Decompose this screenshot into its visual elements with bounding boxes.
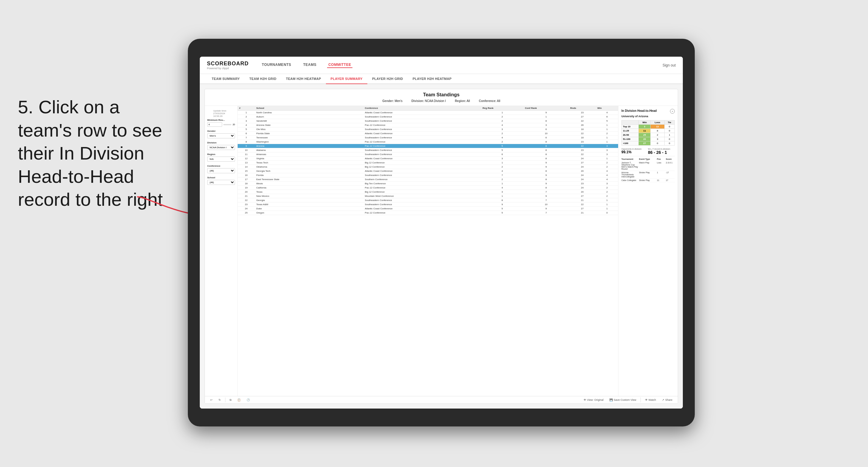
table-row[interactable]: 13 Texas Tech Big 12 Conference 1 9 27 2	[238, 161, 618, 165]
undo-button[interactable]: ↩	[209, 398, 214, 402]
bottom-toolbar: ↩ ↻ ⧉ 📋 🕐 👁 View: Original 💾	[205, 396, 678, 403]
region-select[interactable]: N/A	[207, 157, 235, 162]
view-original-label: View: Original	[587, 398, 603, 401]
table-row[interactable]: 4 Arizona State Pac-12 Conference 4 3 26…	[238, 123, 618, 127]
table-row[interactable]: 2 Auburn Southeastern Conference 2 1 27 …	[238, 115, 618, 119]
view-original-button[interactable]: 👁 View: Original	[582, 398, 605, 402]
tournament-pos-3: 11	[657, 179, 666, 181]
h2h-rank-11-25: 11-25	[622, 129, 639, 133]
table-row[interactable]: 15 Georgia Tech Atlantic Coast Conferenc…	[238, 169, 618, 173]
cell-num: 15	[238, 169, 255, 173]
clock-button[interactable]: 🕐	[245, 398, 252, 402]
cell-rnds: 27	[569, 194, 596, 198]
school-select[interactable]: (All)	[207, 180, 235, 185]
min-rounds-input[interactable]	[207, 122, 222, 127]
cell-win: 1	[596, 198, 618, 203]
cell-num: 25	[238, 211, 255, 215]
rounds-slider[interactable]	[223, 124, 231, 125]
cell-rnds: 24	[569, 186, 596, 190]
watch-button[interactable]: 👁 Watch	[643, 398, 658, 402]
h2h-tie-11-25: 0	[664, 129, 675, 133]
table-row[interactable]: 5 Ole Miss Southeastern Conference 3 6 1…	[238, 127, 618, 131]
cell-reg-rank: 5	[481, 211, 523, 215]
table-row[interactable]: 8 Washington Pac-12 Conference 2 8 23 1	[238, 140, 618, 144]
copy-button[interactable]: ⧉	[228, 398, 233, 402]
table-row[interactable]: 7 Tennessee Southeastern Conference 4 6 …	[238, 136, 618, 140]
tournament-row-3: Cabo Collegiate Stroke Play 11 17	[621, 179, 675, 182]
cell-rnds: 21	[569, 198, 596, 203]
table-row[interactable]: 9 Arizona Pac-12 Conference 5 8 22 3	[238, 144, 618, 148]
cell-rnds: 26	[569, 123, 596, 127]
table-row[interactable]: 23 Texas A&M Southeastern Conference 9 1…	[238, 203, 618, 207]
table-row[interactable]: 16 Florida Southeastern Conference 7 9 2…	[238, 173, 618, 178]
table-row[interactable]: 21 New Mexico Mountain West Conference 1…	[238, 194, 618, 198]
subnav-player-h2h-heatmap[interactable]: PLAYER H2H HEATMAP	[408, 74, 457, 84]
subnav-player-summary[interactable]: PLAYER SUMMARY	[326, 74, 367, 84]
cell-win: 3	[596, 144, 618, 148]
watch-icon: 👁	[645, 398, 648, 401]
filter-group-conference: Conference (All)	[207, 165, 235, 173]
subnav-team-h2h-heatmap[interactable]: TEAM H2H HEATMAP	[281, 74, 326, 84]
col-num: #	[238, 106, 255, 111]
division-select[interactable]: NCAA Division I	[207, 145, 235, 150]
sign-out-link[interactable]: Sign out	[662, 63, 676, 67]
cell-rnds: 24	[569, 173, 596, 178]
paste-button[interactable]: 📋	[236, 398, 242, 402]
gender-select[interactable]: Men's	[207, 133, 235, 138]
nav-teams[interactable]: TEAMS	[302, 63, 318, 68]
cell-win: 4	[596, 111, 618, 115]
table-row[interactable]: 18 Illinois Big Ten Conference 1 9 23 3	[238, 182, 618, 186]
table-row[interactable]: 19 California Pac-12 Conference 4 8 24 2	[238, 186, 618, 190]
card-title: Team Standings	[211, 92, 672, 97]
cell-rnds: 23	[569, 111, 596, 115]
h2h-opponents-block: Opponents in division: 99.1%	[621, 148, 642, 155]
conference-select[interactable]: (All)	[207, 168, 235, 173]
table-row[interactable]: 3 Vanderbilt Southeastern Conference 2 8…	[238, 119, 618, 123]
save-custom-button[interactable]: 💾 Save Custom View	[608, 398, 638, 402]
subnav-team-h2h-grid[interactable]: TEAM H2H GRID	[245, 74, 281, 84]
h2h-col-tie: Tie	[664, 121, 675, 125]
cell-num: 19	[238, 186, 255, 190]
h2h-close-button[interactable]: ×	[670, 109, 675, 114]
table-row[interactable]: 25 Oregon Pac-12 Conference 5 7 21 0	[238, 211, 618, 215]
card-header: Team Standings Gender: Men's Division: N…	[205, 89, 678, 106]
h2h-table: Win Loss Tie Top 10 3 13	[621, 120, 675, 146]
cell-reg-rank: 7	[481, 173, 523, 178]
table-row[interactable]: 12 Virginia Atlantic Coast Conference 3 …	[238, 157, 618, 161]
table-row[interactable]: 10 Alabama Southeastern Conference 5 8 2…	[238, 148, 618, 152]
table-row[interactable]: 1 North Carolina Atlantic Coast Conferen…	[238, 111, 618, 115]
table-row[interactable]: 17 East Tennessee State Southern Confere…	[238, 178, 618, 182]
table-row[interactable]: 24 Duke Atlantic Coast Conference 5 9 27…	[238, 207, 618, 211]
h2h-row-26-50: 26-50 25 2 1	[622, 133, 675, 137]
share-button[interactable]: ↗ Share	[660, 398, 674, 402]
h2h-col-rank	[622, 121, 639, 125]
tournament-type-1: Match Play	[639, 162, 657, 170]
cell-reg-rank: 9	[481, 203, 523, 207]
cell-conf-rank: 9	[524, 111, 569, 115]
cell-conference: Pac-12 Conference	[364, 186, 481, 190]
gender-label: Gender	[207, 130, 235, 132]
cell-reg-rank: 5	[481, 207, 523, 211]
redo-button[interactable]: ↻	[217, 398, 223, 402]
table-row[interactable]: 11 Arkansas Southeastern Conference 6 8 …	[238, 152, 618, 157]
table-row[interactable]: 20 Texas Big 12 Conference 3 7 20 2	[238, 190, 618, 194]
cell-school: North Carolina	[255, 111, 363, 115]
table-row[interactable]: 22 Georgia Southeastern Conference 8 7 2…	[238, 198, 618, 203]
nav-tournaments[interactable]: TOURNAMENTS	[260, 63, 292, 68]
table-row[interactable]: 6 Florida State Atlantic Coast Conferenc…	[238, 131, 618, 136]
subnav-team-summary[interactable]: TEAM SUMMARY	[207, 74, 245, 84]
app-header: SCOREBOARD Powered by clippd TOURNAMENTS…	[200, 57, 683, 74]
watch-label: Watch	[649, 398, 656, 401]
subnav-player-h2h-grid[interactable]: PLAYER H2H GRID	[367, 74, 408, 84]
h2h-loss-51-100: 3	[651, 137, 664, 142]
nav-committee[interactable]: COMMITTEE	[327, 63, 352, 68]
cell-win: 5	[596, 119, 618, 123]
cell-reg-rank: 2	[481, 178, 523, 182]
tournament-row-2: Arizona Thunderbirds Intercollegiate Str…	[621, 171, 675, 179]
cell-num: 12	[238, 157, 255, 161]
table-row[interactable]: 14 Oklahoma Big 12 Conference 2 9 24 2	[238, 165, 618, 169]
filter-group-gender: Gender Men's	[207, 130, 235, 138]
division-filter: Division: NCAA Division I	[411, 99, 446, 102]
cell-win: 1	[596, 157, 618, 161]
cell-win: 2	[596, 131, 618, 136]
